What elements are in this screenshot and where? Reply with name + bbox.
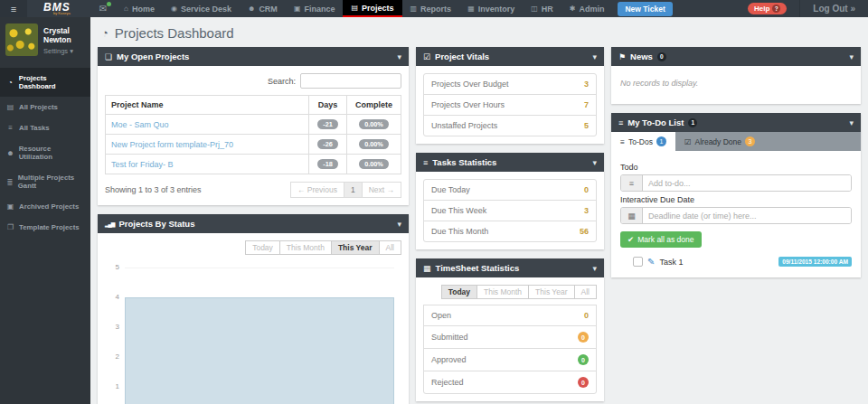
- nav-item-finance[interactable]: ▣Finance: [286, 0, 344, 17]
- brand-logo[interactable]: BMS by Kaseya: [27, 0, 90, 17]
- sidebar-item-resource-utilization[interactable]: ☻Resource Utilization: [0, 138, 90, 167]
- sidebar-item-all-tasks[interactable]: ≡All Tasks: [0, 117, 90, 138]
- complete-badge: 0.00%: [359, 139, 389, 149]
- all-tasks-icon: ≡: [6, 124, 14, 132]
- calendar-icon: ▦: [423, 264, 431, 273]
- chevron-down-icon[interactable]: ▾: [592, 264, 597, 273]
- submitted-badge: 0: [578, 332, 589, 343]
- status-chart: 54321: [105, 262, 401, 404]
- filter-this-month[interactable]: This Month: [279, 240, 332, 255]
- avatar[interactable]: [5, 23, 38, 56]
- tab-already-done[interactable]: ☑ Already Done 3: [675, 132, 764, 151]
- nav-item-reports[interactable]: ▥Reports: [402, 0, 460, 17]
- days-badge: -21: [317, 119, 338, 129]
- filter-this-month[interactable]: This Month: [476, 285, 529, 299]
- app-screen: ≡ BMS by Kaseya ✉ ⌂Home ◉Service Desk ☻C…: [0, 0, 868, 404]
- stat-row: Open 0: [423, 305, 597, 326]
- task-name: Task 1: [659, 258, 683, 267]
- project-link[interactable]: Moe - Sam Quo: [111, 120, 169, 129]
- chevron-down-icon[interactable]: ▾: [849, 52, 854, 61]
- sidebar-item-all-projects[interactable]: ▤All Projects: [0, 97, 90, 117]
- panel-title: News: [630, 52, 653, 61]
- col-header-days[interactable]: Days: [309, 96, 347, 115]
- add-todo-input[interactable]: [643, 175, 851, 191]
- filter-all[interactable]: All: [574, 285, 597, 299]
- user-block: Crystal Newton Settings ▾: [0, 17, 90, 64]
- task-checkbox[interactable]: [633, 257, 643, 267]
- todos-count-badge: 1: [656, 136, 666, 146]
- menu-icon[interactable]: ≡: [0, 0, 27, 17]
- timesheet-filters: Today This Month This Year All: [423, 285, 597, 299]
- stat-value: 0: [584, 185, 589, 194]
- col-header-project-name[interactable]: Project Name: [106, 96, 309, 115]
- mail-notification-dot: [107, 2, 111, 6]
- due-date-input[interactable]: [643, 208, 851, 223]
- edit-icon[interactable]: ✎: [647, 257, 655, 267]
- due-date-field-label: Interactive Due Date: [620, 195, 852, 204]
- tasks-statistics-header: ≡ Tasks Statistics ▾: [416, 153, 604, 172]
- project-vitals-panel: ☑ Project Vitals ▾ Projects Over Budget …: [416, 47, 604, 144]
- crm-icon: ☻: [248, 5, 255, 13]
- project-link[interactable]: Test for Friday- B: [111, 160, 174, 169]
- main-content: ◔ Projects Dashboard ❏ My Open Projects …: [90, 17, 868, 404]
- chevron-down-icon[interactable]: ▾: [592, 52, 597, 61]
- stat-row: Approved 0: [423, 348, 597, 371]
- sidebar-menu: ◔Projects Dashboard ▤All Projects ≡All T…: [0, 68, 90, 238]
- search-label: Search:: [268, 77, 296, 86]
- new-ticket-button[interactable]: New Ticket: [618, 2, 672, 16]
- page-number-button[interactable]: 1: [344, 182, 362, 198]
- chevron-down-icon[interactable]: ▾: [592, 158, 597, 167]
- col-header-complete[interactable]: Complete: [347, 96, 401, 115]
- nav-item-projects[interactable]: ▤Projects: [343, 0, 401, 17]
- status-chart-filters: Today This Month This Year All: [105, 240, 401, 255]
- nav-item-home[interactable]: ⌂Home: [116, 0, 163, 17]
- previous-page-button[interactable]: ← Previous: [290, 182, 344, 198]
- mark-all-done-button[interactable]: ✔ Mark all as done: [620, 231, 702, 248]
- news-empty-message: No records to display.: [611, 66, 861, 104]
- inventory-icon: ▦: [467, 5, 475, 13]
- navbar-right: Help ? Log Out »: [748, 0, 868, 17]
- filter-this-year[interactable]: This Year: [528, 285, 574, 299]
- logout-link[interactable]: Log Out »: [799, 0, 868, 17]
- done-tab-icon: ☑: [684, 137, 692, 146]
- calendar-icon: ▦: [621, 208, 643, 223]
- sidebar: Crystal Newton Settings ▾ ◔Projects Dash…: [0, 17, 90, 404]
- next-page-button[interactable]: Next →: [362, 182, 401, 198]
- y-axis-tick: 2: [105, 352, 119, 361]
- nav-item-crm[interactable]: ☻CRM: [240, 0, 286, 17]
- stat-row: Due This Month 56: [423, 221, 597, 242]
- nav-item-inventory[interactable]: ▦Inventory: [459, 0, 523, 17]
- mail-button[interactable]: ✉: [90, 0, 116, 17]
- chevron-down-icon[interactable]: ▾: [397, 52, 401, 61]
- list-icon: ≡: [621, 175, 643, 191]
- sidebar-item-projects-dashboard[interactable]: ◔Projects Dashboard: [0, 68, 90, 97]
- entries-status: Showing 1 to 3 of 3 entries: [105, 185, 202, 194]
- nav-item-hr[interactable]: ◫HR: [523, 0, 561, 17]
- filter-today[interactable]: Today: [245, 240, 280, 255]
- help-button[interactable]: Help ?: [748, 3, 787, 14]
- todo-item: ✎ Task 1 09/11/2015 12:00:00 AM: [620, 257, 852, 267]
- todo-header: ≡ My To-Do List 1 ▾: [611, 113, 861, 132]
- project-link[interactable]: New Project form template-Prj_70: [111, 140, 233, 149]
- nav-item-service-desk[interactable]: ◉Service Desk: [163, 0, 240, 17]
- news-header: ⚑ News 0 ▾: [611, 47, 861, 66]
- sidebar-item-template-projects[interactable]: ❐Template Projects: [0, 217, 90, 238]
- filter-today[interactable]: Today: [441, 285, 477, 299]
- nav-item-admin[interactable]: ✱Admin: [561, 0, 613, 17]
- stat-row: Rejected 0: [423, 371, 597, 394]
- sidebar-item-archived-projects[interactable]: ▣Archived Projects: [0, 196, 90, 217]
- y-axis-tick: 5: [105, 263, 119, 271]
- chevron-down-icon[interactable]: ▾: [397, 220, 401, 229]
- search-input[interactable]: [300, 73, 401, 89]
- settings-dropdown[interactable]: Settings ▾: [43, 47, 85, 55]
- tab-todos[interactable]: ≡ To-Dos 1: [611, 132, 675, 151]
- bar-chart-icon: ▂▄▆: [105, 221, 114, 227]
- filter-this-year[interactable]: This Year: [331, 240, 380, 255]
- todos-tab-icon: ≡: [620, 137, 625, 146]
- days-badge: -18: [317, 159, 338, 169]
- template-icon: ❐: [6, 223, 14, 231]
- chevron-down-icon[interactable]: ▾: [849, 118, 854, 127]
- filter-all[interactable]: All: [379, 240, 401, 255]
- sidebar-item-multiple-projects-gantt[interactable]: ≣Multiple Projects Gantt: [0, 167, 90, 196]
- panel-title: Project Vitals: [435, 52, 489, 61]
